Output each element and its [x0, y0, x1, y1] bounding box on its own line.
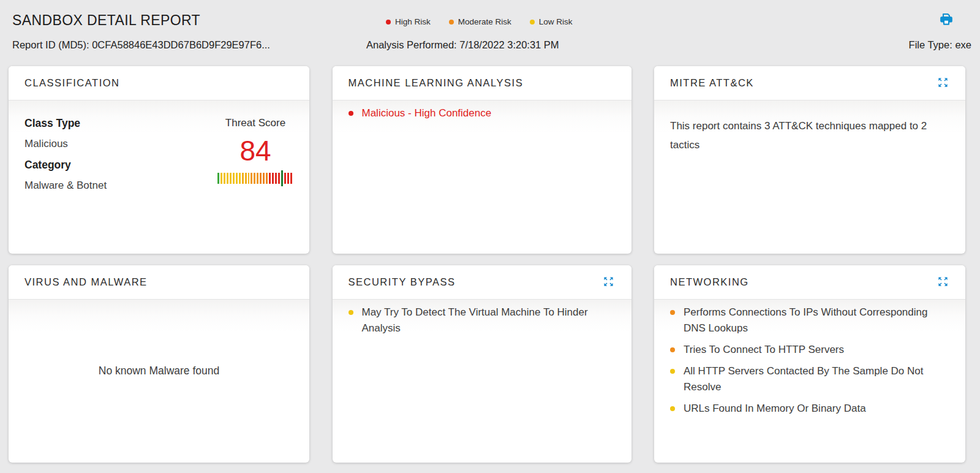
classification-card-body: Class TypeMaliciousCategoryMalware & Bot…	[9, 100, 309, 254]
virus-malware-card-header: VIRUS AND MALWARE	[9, 265, 309, 300]
gauge-bar	[257, 173, 258, 184]
legend-dot-high-risk	[386, 20, 391, 25]
gauge-bar	[269, 173, 271, 184]
networking-card-body: Performs Connections To IPs Without Corr…	[654, 300, 965, 463]
legend-dot-low-risk	[530, 20, 535, 25]
mitre-attack-card-body: This report contains 3 ATT&CK techniques…	[654, 100, 965, 254]
risk-dot-low	[670, 406, 675, 411]
dashboard-grid: CLASSIFICATION Class TypeMaliciousCatego…	[9, 66, 965, 463]
gauge-bar	[227, 173, 228, 184]
finding-text: Malicious - High Confidence	[362, 105, 492, 121]
gauge-bar	[266, 173, 268, 184]
mitre-summary-text: This report contains 3 ATT&CK techniques…	[670, 112, 949, 154]
analysis-performed: Analysis Performed: 7/18/2022 3:20:31 PM	[366, 39, 559, 51]
security-bypass-card-header: SECURITY BYPASS	[333, 265, 631, 300]
virus-malware-card-title: VIRUS AND MALWARE	[24, 276, 148, 288]
gauge-bar	[224, 173, 225, 184]
virus-malware-card: VIRUS AND MALWARE No known Malware found	[9, 265, 309, 463]
expand-icon	[603, 276, 614, 289]
threat-score-value: 84	[217, 135, 293, 167]
finding-item: May Try To Detect The Virtual Machine To…	[349, 305, 616, 336]
finding-item: Tries To Connect To HTTP Servers	[670, 342, 949, 358]
gauge-marker	[281, 170, 283, 186]
print-button[interactable]	[938, 12, 954, 28]
threat-gauge	[217, 170, 293, 186]
gauge-bar	[278, 173, 280, 184]
gauge-bar	[230, 173, 232, 184]
gauge-bar	[287, 173, 289, 184]
mitre-attack-card-title: MITRE ATT&CK	[670, 77, 754, 89]
legend-item-high-risk: High Risk	[386, 17, 431, 26]
networking-card-header: NETWORKING	[654, 265, 965, 300]
mitre-attack-card-header: MITRE ATT&CK	[654, 66, 965, 100]
virus-malware-card-body: No known Malware found	[9, 300, 309, 463]
security-bypass-card: SECURITY BYPASS May Try To Detect The Vi…	[333, 265, 631, 463]
gauge-bar	[260, 173, 262, 184]
finding-text: All HTTP Servers Contacted By The Sample…	[684, 363, 949, 395]
security-bypass-expand-button[interactable]	[602, 276, 616, 289]
finding-text: Performs Connections To IPs Without Corr…	[684, 305, 949, 336]
legend-label: High Risk	[395, 17, 431, 26]
risk-dot-low	[349, 310, 353, 315]
no-malware-text: No known Malware found	[99, 365, 219, 452]
gauge-bar	[275, 173, 277, 184]
gauge-bar	[284, 173, 286, 184]
classification-fields: Class TypeMaliciousCategoryMalware & Bot…	[24, 113, 107, 243]
mitre-attack-card: MITRE ATT&CK This report contains 3 ATT&…	[654, 66, 965, 254]
networking-card-title: NETWORKING	[670, 276, 749, 288]
expand-icon	[937, 276, 949, 289]
mitre-expand-button[interactable]	[936, 77, 949, 90]
field-label: Class Type	[24, 113, 107, 134]
finding-text: May Try To Detect The Virtual Machine To…	[362, 305, 616, 336]
report-header: SANDBOX DETAIL REPORT Report ID (MD5): 0…	[0, 0, 980, 66]
page-title: SANDBOX DETAIL REPORT	[12, 12, 200, 29]
legend-item-low-risk: Low Risk	[530, 17, 573, 26]
machine-learning-card-header: MACHINE LEARNING ANALYSIS	[333, 66, 631, 100]
risk-dot-moderate	[670, 347, 675, 352]
threat-score-block: Threat Score 84	[217, 113, 293, 243]
gauge-bar	[233, 173, 235, 184]
file-type: File Type: exe	[909, 39, 971, 51]
gauge-bar	[221, 173, 222, 184]
finding-text: Tries To Connect To HTTP Servers	[684, 342, 844, 358]
gauge-bar	[290, 173, 292, 184]
expand-icon	[937, 77, 949, 90]
finding-item: URLs Found In Memory Or Binary Data	[670, 401, 949, 417]
field-value: Malicious	[24, 134, 107, 154]
gauge-bar	[263, 173, 265, 184]
gauge-bar	[245, 173, 247, 184]
classification-card-title: CLASSIFICATION	[24, 77, 119, 89]
field-label: Category	[24, 154, 107, 175]
field-value: Malware & Botnet	[24, 175, 107, 196]
gauge-bar	[251, 173, 252, 184]
report-id: Report ID (MD5): 0CFA58846E43DD67B6D9F29…	[12, 39, 270, 51]
printer-icon	[939, 20, 954, 29]
machine-learning-card-title: MACHINE LEARNING ANALYSIS	[349, 77, 524, 89]
gauge-bar	[217, 173, 219, 184]
gauge-bar	[254, 173, 255, 184]
risk-dot-moderate	[670, 310, 675, 315]
security-bypass-card-title: SECURITY BYPASS	[349, 276, 456, 288]
finding-text: URLs Found In Memory Or Binary Data	[684, 401, 866, 417]
threat-score-label: Threat Score	[217, 113, 293, 134]
security-bypass-card-body: May Try To Detect The Virtual Machine To…	[333, 300, 631, 463]
finding-item: Malicious - High Confidence	[349, 105, 616, 121]
gauge-bar	[272, 173, 274, 184]
legend-label: Moderate Risk	[458, 17, 511, 26]
finding-item: All HTTP Servers Contacted By The Sample…	[670, 363, 949, 395]
legend-dot-moderate-risk	[449, 20, 454, 25]
gauge-bar	[239, 173, 241, 184]
finding-item: Performs Connections To IPs Without Corr…	[670, 305, 949, 336]
risk-dot-low	[670, 369, 675, 374]
risk-dot-high	[349, 111, 353, 116]
networking-card: NETWORKING Performs Connections To IPs W…	[654, 265, 965, 463]
machine-learning-card: MACHINE LEARNING ANALYSIS Malicious - Hi…	[333, 66, 631, 254]
networking-expand-button[interactable]	[936, 276, 949, 289]
gauge-bar	[236, 173, 238, 184]
legend-item-moderate-risk: Moderate Risk	[449, 17, 511, 26]
machine-learning-card-body: Malicious - High Confidence	[333, 100, 631, 254]
gauge-bar	[242, 173, 244, 184]
classification-card-header: CLASSIFICATION	[9, 66, 309, 100]
legend-label: Low Risk	[539, 17, 573, 26]
gauge-bar	[248, 173, 250, 184]
